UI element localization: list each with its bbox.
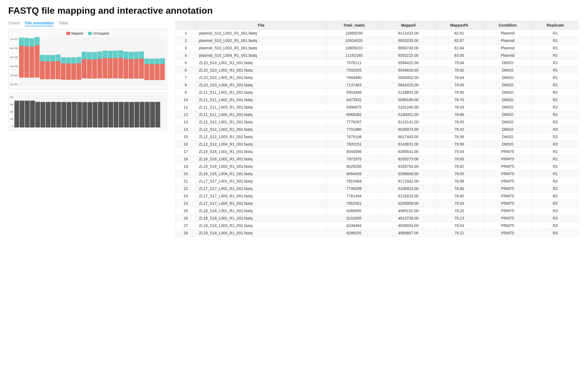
table-cell-5: Plasmid: [483, 52, 532, 59]
table-cell-3: 6205909.00: [382, 200, 435, 207]
table-cell-1: ZL18_S18_L001_R1_001.fastq: [196, 207, 326, 215]
tab-table[interactable]: Table: [59, 21, 68, 26]
table-cell-0: 16: [176, 141, 196, 148]
table-cell-5: DMSO: [483, 89, 532, 96]
table-cell-2: 7820151: [326, 141, 382, 148]
svg-rect-34: [87, 52, 92, 59]
legend-mapped: Mapped: [66, 32, 83, 35]
table-cell-0: 3: [176, 44, 196, 52]
svg-rect-24: [61, 57, 66, 63]
tabs-bar: Charts File annotation Table: [8, 21, 167, 26]
table-cell-1: ZL11_S11_L004_R1_001.fastq: [196, 111, 326, 118]
table-cell-4: 82.91: [435, 30, 483, 37]
table-cell-4: 78.82: [435, 163, 483, 170]
table-cell-4: 79.13: [435, 215, 483, 222]
table-cell-6: R2: [532, 104, 579, 111]
table-cell-0: 2: [176, 37, 196, 44]
table-cell-4: 78.86: [435, 89, 483, 96]
table-cell-3: 6293273.00: [382, 155, 435, 163]
svg-rect-14: [35, 37, 40, 45]
table-cell-2: 7701980: [326, 126, 382, 133]
tab-file-annotation[interactable]: File annotation: [25, 21, 54, 26]
table-cell-2: 10924020: [326, 37, 382, 44]
table-cell-3: 6110141.00: [382, 118, 435, 126]
table-cell-0: 9: [176, 89, 196, 96]
table-cell-0: 1: [176, 30, 196, 37]
table-cell-2: 7044480: [326, 74, 382, 81]
svg-rect-77: [82, 102, 87, 127]
svg-rect-69: [41, 102, 45, 127]
table-cell-1: plasmid_S10_L001_R1_001.fastq: [196, 30, 326, 37]
legend-unmapped-color: [88, 32, 92, 35]
table-cell-4: 82.84: [435, 44, 483, 52]
table-cell-4: 78.80: [435, 192, 483, 200]
table-cell-3: 6017443.00: [382, 133, 435, 141]
svg-rect-18: [45, 55, 50, 62]
svg-rect-8: [19, 38, 24, 46]
table-cell-3: 5642425.00: [382, 81, 435, 89]
y2-tick-2: 60: [10, 103, 13, 106]
svg-rect-62: [160, 58, 165, 64]
table-cell-3: 4989807.00: [382, 229, 435, 237]
table-cell-3: 5594422.00: [382, 59, 435, 67]
svg-rect-44: [113, 51, 118, 58]
svg-rect-87: [135, 102, 139, 127]
table-cell-6: R1: [532, 30, 579, 37]
svg-rect-84: [119, 102, 124, 127]
table-row: 6ZL10_S10_L002_R1_001.fastq7032025554981…: [176, 67, 579, 74]
table-cell-5: PRMT5: [483, 222, 532, 229]
table-cell-4: 78.36: [435, 133, 483, 141]
table-cell-6: R3: [532, 118, 579, 126]
col-mapped-pct: Mapped%: [435, 21, 483, 30]
table-cell-6: R1: [532, 67, 579, 74]
table-cell-6: R3: [532, 141, 579, 148]
table-cell-1: ZL17_S17_L004_R1_001.fastq: [196, 200, 326, 207]
table-cell-2: 6473932: [326, 96, 382, 104]
svg-rect-88: [140, 102, 145, 127]
table-row: 20ZL16_S16_L004_R1_001.fastq809403963986…: [176, 170, 579, 178]
svg-rect-74: [67, 102, 72, 127]
table-cell-5: PRMT5: [483, 229, 532, 237]
table-cell-0: 23: [176, 192, 196, 200]
table-cell-3: 5101240.00: [382, 104, 435, 111]
chart1-svg: [19, 37, 165, 86]
svg-rect-67: [30, 101, 35, 127]
table-cell-6: R2: [532, 96, 579, 104]
svg-rect-32: [82, 52, 87, 59]
svg-rect-76: [77, 102, 82, 127]
tab-charts[interactable]: Charts: [8, 21, 20, 26]
table-cell-0: 13: [176, 118, 196, 126]
table-cell-4: 78.70: [435, 96, 483, 104]
svg-rect-80: [98, 102, 103, 127]
table-cell-6: R2: [532, 111, 579, 118]
svg-rect-38: [97, 52, 102, 59]
svg-rect-12: [29, 39, 34, 47]
svg-rect-46: [118, 50, 123, 58]
table-row: 4plasmid_S10_L004_R1_001.fastq1115216592…: [176, 52, 579, 59]
table-row: 26ZL18_S18_L002_R1_001.fastq621009549137…: [176, 215, 579, 222]
table-cell-1: ZL18_S18_L002_R1_001.fastq: [196, 215, 326, 222]
table-cell-4: 78.55: [435, 118, 483, 126]
y-tick-2: 8e+06: [10, 47, 18, 50]
table-cell-5: PRMT5: [483, 215, 532, 222]
svg-rect-22: [56, 55, 61, 61]
col-file: File: [196, 21, 326, 30]
table-cell-5: DMSO: [483, 111, 532, 118]
table-cell-4: 78.93: [435, 155, 483, 163]
table-cell-5: PRMT5: [483, 170, 532, 178]
table-cell-2: 10805010: [326, 44, 382, 52]
col-replicate: Replicate: [532, 21, 579, 30]
table-row: 17ZL16_S16_L001_R1_001.fastq804459663585…: [176, 148, 579, 155]
table-cell-3: 5180051.00: [382, 111, 435, 118]
table-cell-4: 78.56: [435, 141, 483, 148]
table-cell-5: DMSO: [483, 133, 532, 141]
table-row: 19ZL16_S16_L003_R1_001.fastq802925663287…: [176, 163, 579, 170]
table-cell-0: 28: [176, 229, 196, 237]
table-cell-1: ZL10_S10_L001_R1_001.fastq: [196, 59, 326, 67]
table-cell-2: 6503486: [326, 89, 382, 96]
table-cell-2: 7852061: [326, 200, 382, 207]
svg-rect-60: [155, 58, 160, 64]
table-cell-3: 6398608.00: [382, 170, 435, 178]
table-cell-3: 4965152.00: [382, 207, 435, 215]
table-cell-2: 8044596: [326, 148, 382, 155]
